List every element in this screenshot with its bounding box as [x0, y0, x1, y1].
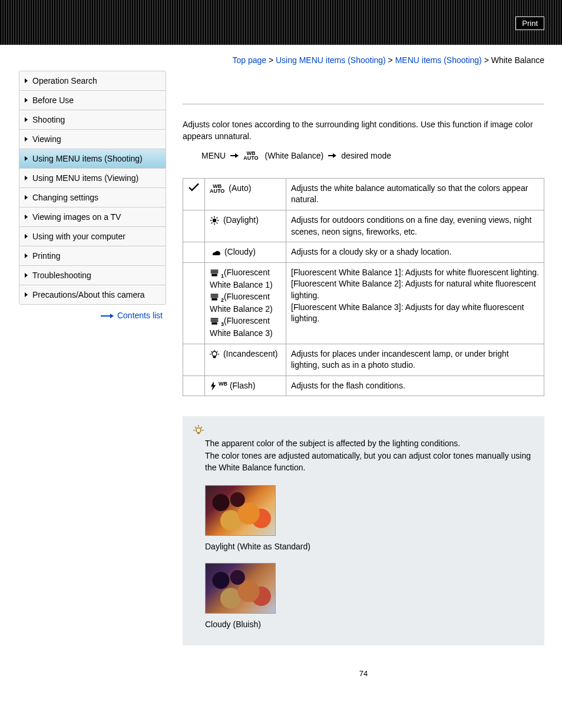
table-row: (Incandescent)Adjusts for places under i…	[183, 344, 544, 375]
mode-desc-cell: Adjusts the white balance automatically …	[286, 178, 544, 210]
svg-point-0	[213, 219, 216, 222]
sidebar: Operation SearchBefore UseShootingViewin…	[0, 71, 166, 701]
sidebar-item[interactable]: Shooting	[19, 110, 166, 130]
svg-rect-2	[211, 298, 217, 301]
caption-daylight: Daylight (White as Standard)	[193, 542, 534, 551]
svg-point-4	[212, 351, 217, 356]
mode-desc-cell: Adjusts for a cloudy sky or a shady loca…	[286, 242, 544, 263]
caption-cloudy: Cloudy (Bluish)	[193, 620, 534, 629]
sidebar-item[interactable]: Using with your computer	[19, 227, 166, 246]
table-row: (Daylight)Adjusts for outdoors condition…	[183, 210, 544, 242]
check-cell	[183, 210, 205, 242]
tip-box: The apparent color of the subject is aff…	[183, 416, 544, 645]
mode-name-cell: (Cloudy)	[205, 242, 286, 263]
tip-text-2: The color tones are adjusted automatical…	[193, 450, 534, 474]
check-cell	[183, 242, 205, 263]
lightbulb-icon	[193, 424, 204, 435]
sidebar-item[interactable]: Viewing	[19, 130, 166, 149]
divider	[183, 104, 544, 104]
check-cell	[183, 344, 205, 375]
breadcrumb-current: White Balance	[491, 55, 544, 65]
print-button[interactable]: Print	[515, 17, 544, 30]
sidebar-item[interactable]: Operation Search	[19, 71, 166, 91]
contents-list-link[interactable]: Contents list	[19, 305, 166, 320]
table-row: 1(Fluorescent White Balance 1)2(Fluoresc…	[183, 262, 544, 344]
tip-text-1: The apparent color of the subject is aff…	[193, 437, 534, 449]
svg-point-6	[196, 428, 201, 433]
main-content: Adjusts color tones according to the sur…	[166, 71, 562, 701]
svg-rect-1	[211, 274, 217, 276]
sidebar-item[interactable]: Viewing images on a TV	[19, 207, 166, 227]
wb-auto-icon: WBAUTO	[243, 151, 258, 160]
sample-image-cloudy	[205, 563, 276, 614]
desired-mode-label: desired mode	[341, 151, 391, 160]
sidebar-item[interactable]: Precautions/About this camera	[19, 285, 166, 304]
table-row: (Cloudy)Adjusts for a cloudy sky or a sh…	[183, 242, 544, 263]
breadcrumb-top[interactable]: Top page	[232, 55, 266, 65]
arrow-right-icon	[101, 314, 115, 318]
check-cell	[183, 375, 205, 396]
breadcrumb: Top page > Using MENU items (Shooting) >…	[0, 45, 562, 71]
sidebar-item[interactable]: Using MENU items (Shooting)	[19, 149, 166, 169]
mode-desc-cell: Adjusts for places under incandescent la…	[286, 344, 544, 375]
mode-desc-cell: Adjusts for the flash conditions.	[286, 375, 544, 396]
breadcrumb-sep: >	[386, 55, 395, 65]
mode-name-cell: (Daylight)	[205, 210, 286, 242]
sample-image-daylight	[205, 485, 276, 536]
mode-desc-cell: Adjusts for outdoors conditions on a fin…	[286, 210, 544, 242]
arrow-right-icon	[328, 153, 336, 158]
sidebar-item[interactable]: Before Use	[19, 91, 166, 110]
sidebar-list: Operation SearchBefore UseShootingViewin…	[19, 71, 166, 305]
wb-label: (White Balance)	[265, 151, 324, 160]
contents-list-label: Contents list	[117, 311, 163, 320]
arrow-right-icon	[230, 153, 239, 158]
modes-table: WBAUTO (Auto)Adjusts the white balance a…	[183, 178, 544, 397]
mode-desc-cell: [Fluorescent White Balance 1]: Adjusts f…	[286, 262, 544, 344]
check-icon	[188, 183, 200, 192]
sidebar-item[interactable]: Using MENU items (Viewing)	[19, 169, 166, 188]
mode-name-cell: (Incandescent)	[205, 344, 286, 375]
breadcrumb-sep: >	[482, 55, 491, 65]
check-cell	[183, 262, 205, 344]
svg-rect-3	[211, 322, 217, 325]
breadcrumb-sep: >	[266, 55, 276, 65]
breadcrumb-l2[interactable]: MENU items (Shooting)	[395, 55, 482, 65]
menu-label: MENU	[201, 151, 226, 160]
page-number: 74	[183, 669, 544, 678]
sidebar-item[interactable]: Troubleshooting	[19, 266, 166, 285]
intro-text: Adjusts color tones according to the sur…	[183, 118, 544, 143]
mode-name-cell: 1(Fluorescent White Balance 1)2(Fluoresc…	[205, 262, 286, 344]
header-bar: Print	[0, 0, 562, 45]
mode-name-cell: WB (Flash)	[205, 375, 286, 396]
menu-path: MENU WBAUTO (White Balance) desired mode	[183, 151, 544, 160]
table-row: WBAUTO (Auto)Adjusts the white balance a…	[183, 178, 544, 210]
svg-rect-5	[213, 356, 216, 358]
sidebar-item[interactable]: Changing settings	[19, 188, 166, 207]
table-row: WB (Flash)Adjusts for the flash conditio…	[183, 375, 544, 396]
breadcrumb-l1[interactable]: Using MENU items (Shooting)	[276, 55, 386, 65]
check-cell	[183, 178, 205, 210]
sidebar-item[interactable]: Printing	[19, 246, 166, 266]
mode-name-cell: WBAUTO (Auto)	[205, 178, 286, 210]
